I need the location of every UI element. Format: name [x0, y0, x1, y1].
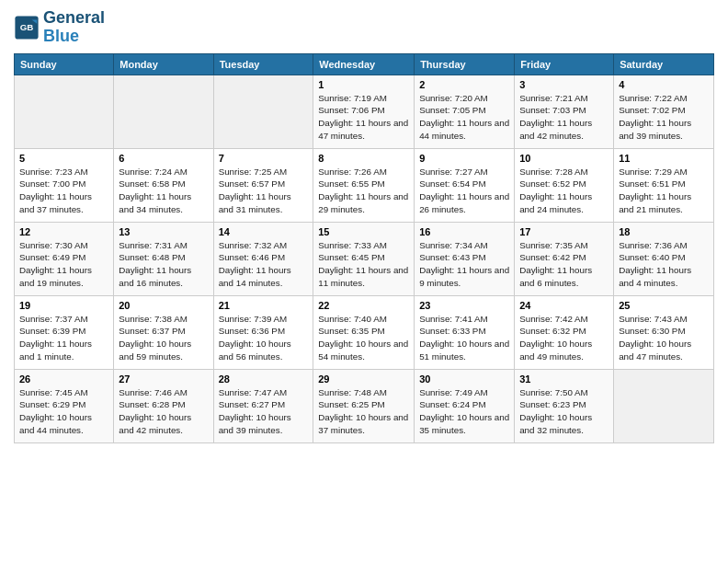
calendar: SundayMondayTuesdayWednesdayThursdayFrid… [14, 53, 714, 443]
calendar-cell: 27Sunrise: 7:46 AM Sunset: 6:28 PM Dayli… [114, 369, 213, 442]
calendar-cell [614, 369, 714, 442]
calendar-cell: 9Sunrise: 7:27 AM Sunset: 6:54 PM Daylig… [415, 148, 515, 222]
day-number: 6 [119, 153, 208, 164]
calendar-cell: 10Sunrise: 7:28 AM Sunset: 6:52 PM Dayli… [515, 148, 614, 222]
day-number: 4 [619, 79, 709, 90]
calendar-cell: 8Sunrise: 7:26 AM Sunset: 6:55 PM Daylig… [313, 148, 415, 222]
calendar-cell: 11Sunrise: 7:29 AM Sunset: 6:51 PM Dayli… [614, 148, 714, 222]
calendar-cell: 22Sunrise: 7:40 AM Sunset: 6:35 PM Dayli… [313, 295, 415, 369]
day-number: 8 [318, 153, 409, 164]
calendar-cell: 19Sunrise: 7:37 AM Sunset: 6:39 PM Dayli… [15, 295, 114, 369]
day-info: Sunrise: 7:50 AM Sunset: 6:23 PM Dayligh… [519, 386, 609, 437]
calendar-cell: 4Sunrise: 7:22 AM Sunset: 7:02 PM Daylig… [614, 75, 714, 148]
day-info: Sunrise: 7:27 AM Sunset: 6:54 PM Dayligh… [419, 166, 509, 216]
day-number: 22 [318, 300, 409, 311]
day-info: Sunrise: 7:46 AM Sunset: 6:28 PM Dayligh… [119, 386, 208, 437]
day-info: Sunrise: 7:30 AM Sunset: 6:49 PM Dayligh… [19, 239, 108, 290]
day-number: 21 [219, 300, 309, 311]
day-number: 10 [519, 153, 609, 164]
day-info: Sunrise: 7:37 AM Sunset: 6:39 PM Dayligh… [19, 313, 108, 363]
day-number: 28 [219, 373, 309, 385]
day-info: Sunrise: 7:42 AM Sunset: 6:32 PM Dayligh… [519, 313, 609, 363]
calendar-cell: 31Sunrise: 7:50 AM Sunset: 6:23 PM Dayli… [515, 369, 614, 442]
day-number: 1 [318, 79, 409, 90]
day-number: 30 [419, 373, 509, 385]
day-number: 7 [219, 153, 309, 164]
calendar-cell: 13Sunrise: 7:31 AM Sunset: 6:48 PM Dayli… [114, 222, 213, 295]
day-number: 27 [119, 373, 208, 385]
calendar-cell: 15Sunrise: 7:33 AM Sunset: 6:45 PM Dayli… [313, 222, 415, 295]
calendar-week-4: 26Sunrise: 7:45 AM Sunset: 6:29 PM Dayli… [15, 369, 714, 442]
day-number: 16 [419, 226, 509, 237]
day-info: Sunrise: 7:49 AM Sunset: 6:24 PM Dayligh… [419, 386, 509, 437]
day-info: Sunrise: 7:29 AM Sunset: 6:51 PM Dayligh… [619, 166, 709, 216]
calendar-cell: 2Sunrise: 7:20 AM Sunset: 7:05 PM Daylig… [415, 75, 515, 148]
day-number: 26 [19, 373, 108, 385]
day-number: 19 [19, 300, 108, 311]
day-number: 3 [519, 79, 609, 90]
day-info: Sunrise: 7:19 AM Sunset: 7:06 PM Dayligh… [318, 92, 409, 143]
calendar-cell: 3Sunrise: 7:21 AM Sunset: 7:03 PM Daylig… [515, 75, 614, 148]
calendar-header-row: SundayMondayTuesdayWednesdayThursdayFrid… [15, 53, 714, 75]
calendar-cell: 1Sunrise: 7:19 AM Sunset: 7:06 PM Daylig… [313, 75, 415, 148]
day-info: Sunrise: 7:20 AM Sunset: 7:05 PM Dayligh… [419, 92, 509, 143]
page: GB General Blue SundayMondayTuesdayWedne… [0, 0, 728, 563]
day-number: 31 [519, 373, 609, 385]
day-info: Sunrise: 7:25 AM Sunset: 6:57 PM Dayligh… [219, 166, 309, 216]
day-number: 9 [419, 153, 509, 164]
col-header-tuesday: Tuesday [213, 53, 313, 75]
logo-line1: General [43, 9, 105, 28]
day-info: Sunrise: 7:47 AM Sunset: 6:27 PM Dayligh… [219, 386, 309, 437]
day-info: Sunrise: 7:43 AM Sunset: 6:30 PM Dayligh… [619, 313, 709, 363]
calendar-cell: 18Sunrise: 7:36 AM Sunset: 6:40 PM Dayli… [614, 222, 714, 295]
calendar-cell [114, 75, 213, 148]
day-number: 12 [19, 226, 108, 237]
calendar-cell: 29Sunrise: 7:48 AM Sunset: 6:25 PM Dayli… [313, 369, 415, 442]
logo: GB General Blue [14, 9, 105, 46]
day-info: Sunrise: 7:36 AM Sunset: 6:40 PM Dayligh… [619, 239, 709, 290]
logo-line2: Blue [43, 28, 105, 46]
day-info: Sunrise: 7:34 AM Sunset: 6:43 PM Dayligh… [419, 239, 509, 290]
logo-icon: GB [14, 15, 40, 40]
day-info: Sunrise: 7:39 AM Sunset: 6:36 PM Dayligh… [219, 313, 309, 363]
calendar-cell: 28Sunrise: 7:47 AM Sunset: 6:27 PM Dayli… [213, 369, 313, 442]
col-header-monday: Monday [114, 53, 213, 75]
calendar-cell: 24Sunrise: 7:42 AM Sunset: 6:32 PM Dayli… [515, 295, 614, 369]
calendar-cell: 30Sunrise: 7:49 AM Sunset: 6:24 PM Dayli… [415, 369, 515, 442]
calendar-cell: 20Sunrise: 7:38 AM Sunset: 6:37 PM Dayli… [114, 295, 213, 369]
calendar-cell [213, 75, 313, 148]
calendar-cell [15, 75, 114, 148]
day-info: Sunrise: 7:41 AM Sunset: 6:33 PM Dayligh… [419, 313, 509, 363]
day-info: Sunrise: 7:24 AM Sunset: 6:58 PM Dayligh… [119, 166, 208, 216]
calendar-cell: 14Sunrise: 7:32 AM Sunset: 6:46 PM Dayli… [213, 222, 313, 295]
day-info: Sunrise: 7:31 AM Sunset: 6:48 PM Dayligh… [119, 239, 208, 290]
day-info: Sunrise: 7:40 AM Sunset: 6:35 PM Dayligh… [318, 313, 409, 363]
day-info: Sunrise: 7:32 AM Sunset: 6:46 PM Dayligh… [219, 239, 309, 290]
col-header-friday: Friday [515, 53, 614, 75]
col-header-wednesday: Wednesday [313, 53, 415, 75]
day-number: 18 [619, 226, 709, 237]
day-info: Sunrise: 7:35 AM Sunset: 6:42 PM Dayligh… [519, 239, 609, 290]
day-number: 29 [318, 373, 409, 385]
col-header-sunday: Sunday [15, 53, 114, 75]
calendar-cell: 23Sunrise: 7:41 AM Sunset: 6:33 PM Dayli… [415, 295, 515, 369]
calendar-cell: 25Sunrise: 7:43 AM Sunset: 6:30 PM Dayli… [614, 295, 714, 369]
day-info: Sunrise: 7:26 AM Sunset: 6:55 PM Dayligh… [318, 166, 409, 216]
day-info: Sunrise: 7:28 AM Sunset: 6:52 PM Dayligh… [519, 166, 609, 216]
calendar-cell: 16Sunrise: 7:34 AM Sunset: 6:43 PM Dayli… [415, 222, 515, 295]
day-number: 13 [119, 226, 208, 237]
day-number: 5 [19, 153, 108, 164]
calendar-week-3: 19Sunrise: 7:37 AM Sunset: 6:39 PM Dayli… [15, 295, 714, 369]
calendar-cell: 21Sunrise: 7:39 AM Sunset: 6:36 PM Dayli… [213, 295, 313, 369]
day-info: Sunrise: 7:45 AM Sunset: 6:29 PM Dayligh… [19, 386, 108, 437]
day-number: 15 [318, 226, 409, 237]
day-number: 24 [519, 300, 609, 311]
logo-text: General Blue [43, 9, 105, 46]
calendar-cell: 17Sunrise: 7:35 AM Sunset: 6:42 PM Dayli… [515, 222, 614, 295]
day-number: 25 [619, 300, 709, 311]
calendar-week-0: 1Sunrise: 7:19 AM Sunset: 7:06 PM Daylig… [15, 75, 714, 148]
day-info: Sunrise: 7:33 AM Sunset: 6:45 PM Dayligh… [318, 239, 409, 290]
col-header-saturday: Saturday [614, 53, 714, 75]
day-info: Sunrise: 7:23 AM Sunset: 7:00 PM Dayligh… [19, 166, 108, 216]
calendar-week-1: 5Sunrise: 7:23 AM Sunset: 7:00 PM Daylig… [15, 148, 714, 222]
